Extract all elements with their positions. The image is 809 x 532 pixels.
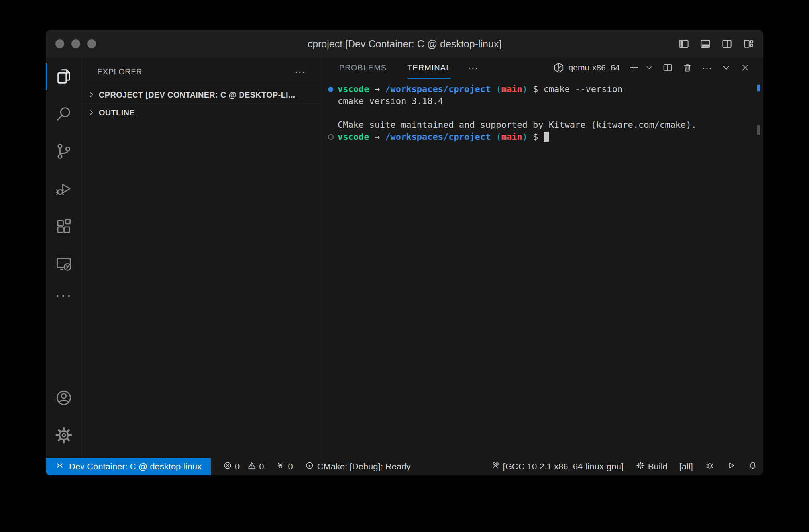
titlebar: cproject [Dev Container: C @ desktop-lin… [46,30,763,58]
terminal-profile-icon: $ [553,62,565,74]
terminal-scrollbar-thumb[interactable] [757,125,760,135]
settings-gear-icon [55,426,73,444]
activity-explorer[interactable] [46,58,82,95]
bottom-panel: PROBLEMS TERMINAL ··· $ qemu-x86_64 [322,58,763,458]
output-text: cmake version 3.18.4 [338,96,443,106]
error-count: 0 [235,462,240,472]
play-icon [727,461,736,473]
section-outline[interactable]: OUTLINE [82,104,321,121]
git-branch: main [501,84,522,94]
toggle-panel-icon[interactable] [699,38,711,50]
kill-terminal-icon[interactable] [682,62,693,73]
tab-problems[interactable]: PROBLEMS [339,57,387,79]
remote-explorer-icon [55,254,73,273]
section-workspace[interactable]: CPROJECT [DEV CONTAINER: C @ DESKTOP-LI.… [82,86,321,104]
workbench: ··· [46,58,763,458]
command-text: cmake --version [544,84,623,94]
remote-icon [55,461,65,473]
tab-terminal[interactable]: TERMINAL [407,57,451,79]
warning-icon [247,461,257,473]
close-window-button[interactable] [55,39,64,48]
problems-status[interactable]: 0 0 [223,461,264,473]
activity-more[interactable]: ··· [46,282,82,307]
toggle-primary-sidebar-icon[interactable] [678,38,690,50]
output-text: CMake suite maintained and supported by … [338,120,697,130]
activity-accounts[interactable] [46,379,82,417]
split-terminal-icon[interactable] [662,62,673,73]
gear-icon [636,461,645,473]
activity-settings[interactable] [46,417,82,454]
minimize-window-button[interactable] [71,39,80,48]
more-icon: ··· [55,287,73,303]
cmake-build-button[interactable]: Build [636,461,668,473]
info-icon [305,461,314,473]
chevron-right-icon [88,91,96,99]
new-terminal-icon[interactable] [628,62,640,73]
panel-tabbar: PROBLEMS TERMINAL ··· $ qemu-x86_64 [322,58,763,78]
terminal-tab-selector[interactable]: $ qemu-x86_64 [553,62,620,74]
prompt-user: vscode [338,84,369,94]
cmake-debug-button[interactable] [705,461,715,473]
cmake-launch-button[interactable] [727,461,736,473]
remote-indicator[interactable]: Dev Container: C @ desktop-linux [46,458,211,475]
section-outline-label: OUTLINE [99,108,135,117]
terminal-more-actions-icon[interactable]: ··· [702,62,712,74]
bug-icon [705,461,715,473]
cmake-kit[interactable]: [GCC 10.2.1 x86_64-linux-gnu] [491,461,624,473]
files-icon [55,67,73,86]
activity-run-debug[interactable] [46,170,82,207]
terminal-line: vscode → /workspaces/cproject (main) $ [322,131,763,143]
notifications-bell[interactable] [748,461,758,473]
activity-bar: ··· [46,58,82,458]
activity-remote-explorer[interactable] [46,245,82,282]
traffic-lights [55,30,96,58]
account-icon [55,389,73,407]
extensions-icon [55,217,73,235]
bell-icon [748,461,758,473]
activity-search[interactable] [46,95,82,133]
forwarded-ports-count: 0 [288,462,293,472]
error-icon [223,461,232,473]
panel-more-tabs-icon[interactable]: ··· [467,62,478,74]
command-decoration-success-icon[interactable] [322,83,338,95]
status-bar: Dev Container: C @ desktop-linux 0 0 [46,458,763,475]
zoom-window-button[interactable] [87,39,96,48]
sidebar-more-actions-icon[interactable]: ··· [295,68,305,76]
radio-tower-icon [276,461,285,473]
sidebar-title: EXPLORER [97,67,142,76]
terminal-cursor [544,132,549,142]
cmake-status[interactable]: CMake: [Debug]: Ready [305,461,411,473]
panel-chevron-down-icon[interactable] [721,63,731,73]
customize-layout-icon[interactable] [742,38,754,50]
toggle-secondary-sidebar-icon[interactable] [721,38,733,50]
close-panel-icon[interactable] [740,63,750,73]
activity-extensions[interactable] [46,207,82,245]
desktop-background: cproject [Dev Container: C @ desktop-lin… [0,0,809,532]
prompt-user: vscode [338,132,369,142]
terminal-actions: $ qemu-x86_64 [553,62,763,74]
source-control-icon [55,142,73,160]
cmake-build-target[interactable]: [all] [679,462,693,472]
scrollbar-command-marker [757,85,760,91]
terminal-profile-dropdown-icon[interactable] [645,64,653,72]
sidebar-explorer: EXPLORER ··· CPROJECT [DEV CONTAINER: C … [82,58,322,458]
terminal-name: qemu-x86_64 [569,63,620,72]
terminal-line: cmake version 3.18.4 [322,95,763,107]
activity-source-control[interactable] [46,133,82,170]
command-decoration-placeholder-icon [322,131,338,143]
terminal-line-empty [322,107,763,119]
search-icon [55,105,73,123]
terminal-output: vscode → /workspaces/cproject (main) $ c… [322,78,763,458]
git-branch: main [501,132,522,142]
section-workspace-label: CPROJECT [DEV CONTAINER: C @ DESKTOP-LI.… [99,90,295,100]
build-label: Build [648,462,668,472]
terminal-line: vscode → /workspaces/cproject (main) $ c… [322,83,763,95]
ports-status[interactable]: 0 [276,461,293,473]
vscode-window: cproject [Dev Container: C @ desktop-lin… [46,30,763,475]
prompt-path: /workspaces/cproject [385,132,491,142]
chevron-right-icon [88,109,96,117]
tools-icon [491,461,500,473]
cmake-kit-label: [GCC 10.2.1 x86_64-linux-gnu] [503,462,624,472]
run-debug-icon [55,180,73,198]
status-right: [GCC 10.2.1 x86_64-linux-gnu] Build [491,461,763,473]
